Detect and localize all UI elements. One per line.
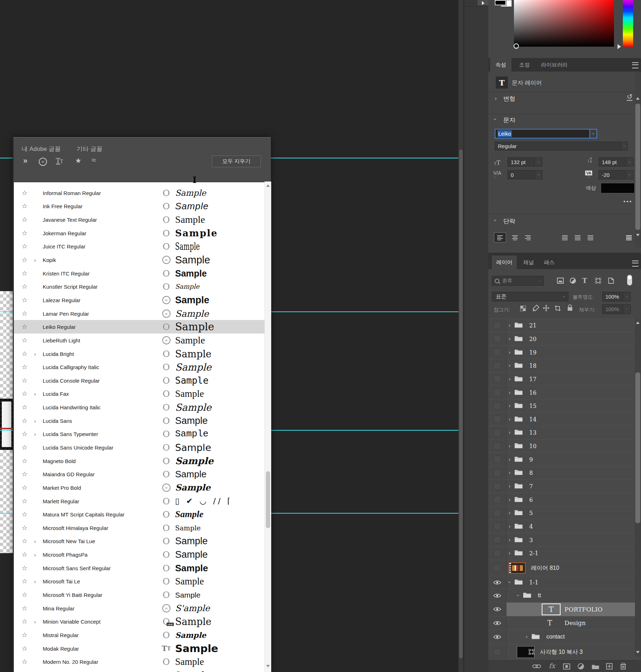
- filter-smart-object-icon[interactable]: [608, 278, 614, 284]
- transform-section-label[interactable]: 변형: [503, 95, 515, 103]
- color-field[interactable]: [514, 0, 614, 47]
- expand-group-chevron-icon[interactable]: ›: [509, 510, 511, 516]
- scroll-up-arrow[interactable]: [636, 321, 640, 324]
- expand-group-chevron-icon[interactable]: ›: [509, 457, 511, 462]
- filter-type-icon[interactable]: T: [582, 277, 587, 284]
- visibility-toggle[interactable]: [488, 373, 506, 386]
- layer-row[interactable]: ›13: [488, 426, 641, 439]
- layer-name[interactable]: 6: [529, 496, 533, 503]
- kerning-field[interactable]: 0 ›: [508, 170, 542, 179]
- layer-name[interactable]: tt: [538, 592, 541, 599]
- font-list-item[interactable]: ☆Marlett RegularO▯ ✔ ◡ ∕∕ ⌈: [14, 494, 264, 508]
- canvas-scrollbar[interactable]: [458, 0, 463, 672]
- visibility-toggle[interactable]: [488, 493, 506, 506]
- leading-dropdown-button[interactable]: ›: [626, 158, 633, 166]
- shape-layer-thumbnail[interactable]: [517, 646, 535, 658]
- text-layer-thumbnail[interactable]: T: [542, 603, 561, 615]
- favorite-star-icon[interactable]: ☆: [22, 323, 27, 331]
- hue-slider[interactable]: [623, 0, 633, 47]
- visibility-toggle[interactable]: [488, 332, 506, 346]
- hue-slider-handle[interactable]: [618, 44, 621, 49]
- expand-family-chevron-icon[interactable]: ›: [34, 619, 36, 625]
- scroll-up-arrow[interactable]: [266, 184, 270, 187]
- visibility-toggle[interactable]: [488, 440, 506, 453]
- layer-row[interactable]: ›15: [488, 399, 641, 413]
- chevron-down-icon[interactable]: ›: [492, 118, 498, 120]
- layer-row[interactable]: ›5: [488, 506, 641, 520]
- font-list-item[interactable]: ☆Market Pro Bold∞Sample: [14, 481, 264, 494]
- font-list-item[interactable]: ☆›Lucida FaxOSample: [14, 387, 264, 401]
- visibility-eye-icon[interactable]: [493, 607, 501, 611]
- expand-group-chevron-icon[interactable]: ›: [509, 416, 511, 422]
- font-list-item[interactable]: ☆Informal Roman RegularOSample: [14, 186, 264, 200]
- font-size-field[interactable]: 132 pt ›: [508, 157, 542, 167]
- favorite-star-icon[interactable]: ☆: [22, 296, 27, 304]
- layer-style-icon[interactable]: fx: [549, 662, 555, 670]
- panel-menu-icon[interactable]: [632, 62, 639, 68]
- layer-name[interactable]: 17: [529, 376, 536, 382]
- favorite-star-icon[interactable]: ☆: [22, 510, 27, 518]
- tab-channels[interactable]: 채널: [519, 256, 538, 269]
- expand-group-chevron-icon[interactable]: ›: [509, 363, 511, 368]
- align-left-button[interactable]: [494, 232, 506, 242]
- visibility-toggle[interactable]: [488, 319, 506, 332]
- reset-transform-icon[interactable]: ↺: [627, 93, 632, 101]
- layer-name[interactable]: 19: [529, 349, 536, 356]
- expand-group-chevron-icon[interactable]: ›: [509, 350, 511, 355]
- favorite-star-icon[interactable]: ☆: [22, 363, 27, 371]
- favorite-star-icon[interactable]: ☆: [22, 631, 27, 639]
- font-list-item[interactable]: ☆Matura MT Script Capitals RegularOSampl…: [14, 508, 264, 521]
- visibility-toggle[interactable]: [488, 399, 506, 413]
- layer-row[interactable]: ›17: [488, 372, 641, 386]
- visibility-toggle[interactable]: [488, 616, 506, 630]
- color-field-cursor[interactable]: [514, 43, 519, 49]
- layer-name[interactable]: 10: [529, 443, 536, 450]
- favorite-star-icon[interactable]: ☆: [22, 336, 27, 344]
- new-layer-icon[interactable]: [606, 663, 613, 670]
- layer-row[interactable]: ›14: [488, 412, 641, 426]
- layer-name[interactable]: 5: [529, 510, 533, 516]
- layer-row[interactable]: ›8: [488, 466, 641, 479]
- expand-family-chevron-icon[interactable]: ›: [34, 578, 36, 584]
- font-list-item[interactable]: ☆Modak RegularTTSample: [14, 642, 264, 655]
- font-list-item[interactable]: ☆Mongolian Baiti RegularOSample: [14, 668, 264, 672]
- layer-name[interactable]: contact: [546, 634, 565, 640]
- layer-row[interactable]: ›20: [488, 332, 641, 346]
- layer-name[interactable]: 레이어 810: [531, 564, 559, 572]
- visibility-toggle[interactable]: [488, 644, 506, 660]
- lock-image-icon[interactable]: [532, 305, 539, 311]
- font-list-item[interactable]: ☆Lalezar Regular∞Sample: [14, 293, 264, 307]
- foreground-color-swatch[interactable]: [495, 0, 506, 5]
- visibility-eye-icon[interactable]: [493, 593, 501, 598]
- text-layer-icon[interactable]: T: [547, 619, 552, 627]
- expand-group-chevron-icon[interactable]: ›: [509, 483, 511, 489]
- tracking-dropdown-button[interactable]: ›: [626, 170, 633, 179]
- expand-family-chevron-icon[interactable]: ›: [34, 257, 36, 263]
- lock-artboard-icon[interactable]: [555, 305, 561, 311]
- layer-name[interactable]: 4: [529, 523, 533, 530]
- favorite-star-icon[interactable]: ☆: [22, 403, 27, 411]
- expand-family-chevron-icon[interactable]: ›: [34, 351, 36, 357]
- font-list-item[interactable]: ☆›Kopik∞Sample: [14, 253, 264, 267]
- favorite-star-icon[interactable]: ☆: [22, 417, 27, 425]
- tab-my-adobe-fonts[interactable]: 내 Adobe 글꼴: [22, 145, 61, 153]
- layer-name[interactable]: 1-1: [529, 579, 538, 586]
- layer-name[interactable]: 16: [529, 389, 536, 396]
- font-list-item[interactable]: ☆Leiko RegularOSample: [14, 320, 264, 334]
- visibility-toggle[interactable]: [488, 480, 506, 493]
- layer-row[interactable]: ›9: [488, 452, 641, 466]
- font-list-item[interactable]: ☆›Lucida BrightOSample: [14, 347, 264, 361]
- filter-image-icon[interactable]: [557, 278, 564, 284]
- layer-row[interactable]: 레이어 810: [488, 560, 641, 576]
- expand-family-chevron-icon[interactable]: ›: [34, 418, 36, 424]
- favorite-star-icon[interactable]: ☆: [22, 377, 27, 384]
- layer-name[interactable]: 7: [529, 483, 533, 490]
- visibility-toggle[interactable]: [488, 346, 506, 359]
- layer-row[interactable]: ›18: [488, 359, 641, 372]
- visibility-toggle[interactable]: [488, 630, 506, 644]
- tab-other-fonts[interactable]: 기타 글꼴: [77, 145, 103, 153]
- tab-adjustments[interactable]: 조정: [516, 58, 533, 72]
- font-list-item[interactable]: ☆Lucida Console RegularOSample: [14, 374, 264, 387]
- justify-left-button[interactable]: [559, 232, 571, 242]
- fill-field[interactable]: 100% ›: [602, 304, 631, 314]
